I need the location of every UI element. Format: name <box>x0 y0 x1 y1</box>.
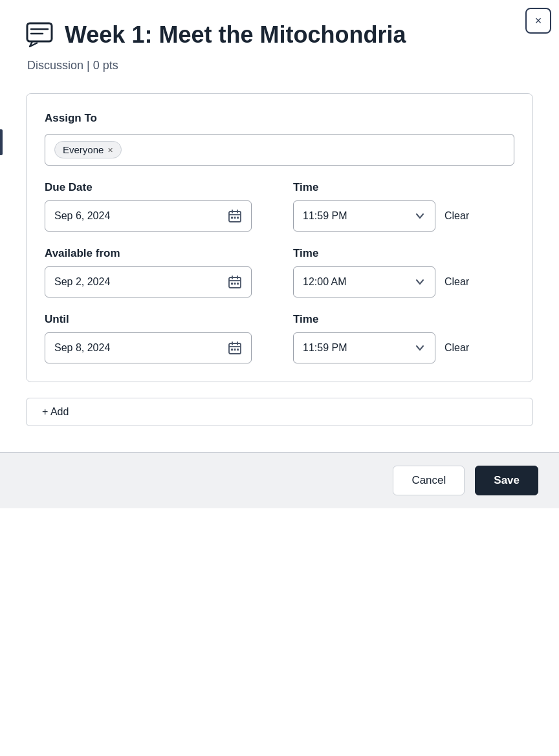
tag-remove-button[interactable]: × <box>107 146 113 155</box>
tag-label: Everyone <box>63 144 104 155</box>
available-from-time-chevron-icon <box>414 276 426 288</box>
title-row: Week 1: Meet the Mitochondria <box>26 21 533 49</box>
until-calendar-icon <box>228 341 242 355</box>
due-time-label: Time <box>293 181 514 194</box>
close-button[interactable]: × <box>525 8 551 34</box>
available-from-input[interactable]: Sep 2, 2024 <box>45 266 252 297</box>
svg-rect-21 <box>231 349 233 351</box>
until-label: Until <box>45 313 278 326</box>
until-time-value: 11:59 PM <box>303 342 408 354</box>
available-from-time-value: 12:00 AM <box>303 276 408 288</box>
svg-rect-23 <box>237 349 239 351</box>
available-from-time-group: Time 12:00 AM Clear <box>293 247 514 297</box>
discussion-icon <box>26 22 57 48</box>
due-date-input[interactable]: Sep 6, 2024 <box>45 200 252 232</box>
everyone-tag: Everyone × <box>54 141 122 158</box>
until-time-select[interactable]: 11:59 PM <box>293 332 435 363</box>
svg-rect-15 <box>234 283 236 285</box>
due-date-clear-button[interactable]: Clear <box>444 204 469 228</box>
cancel-button[interactable]: Cancel <box>393 466 465 495</box>
until-clear-button[interactable]: Clear <box>444 336 469 360</box>
assign-card: Assign To Everyone × Due Date Sep 6, 202… <box>26 93 533 382</box>
svg-rect-16 <box>237 283 239 285</box>
footer-bar: Cancel Save <box>0 452 559 508</box>
until-value: Sep 8, 2024 <box>54 342 221 354</box>
svg-rect-14 <box>231 283 233 285</box>
until-time-chevron-icon <box>414 342 426 354</box>
available-from-time-label: Time <box>293 247 514 260</box>
svg-rect-7 <box>231 217 233 219</box>
available-from-time-select[interactable]: 12:00 AM <box>293 266 435 297</box>
until-input[interactable]: Sep 8, 2024 <box>45 332 252 363</box>
available-from-label: Available from <box>45 247 278 260</box>
subtitle: Discussion | 0 pts <box>26 59 533 72</box>
due-date-label: Due Date <box>45 181 278 194</box>
until-time-label: Time <box>293 313 514 326</box>
due-date-value: Sep 6, 2024 <box>54 210 221 222</box>
until-group: Until Sep 8, 2024 <box>45 313 278 363</box>
left-accent <box>0 129 3 155</box>
due-date-group: Due Date Sep 6, 2024 <box>45 181 278 232</box>
save-button[interactable]: Save <box>475 466 538 495</box>
assign-to-input[interactable]: Everyone × <box>45 134 514 166</box>
assign-to-label: Assign To <box>45 112 514 125</box>
available-from-value: Sep 2, 2024 <box>54 276 221 288</box>
due-time-group: Time 11:59 PM Clear <box>293 181 514 232</box>
due-time-value: 11:59 PM <box>303 210 408 222</box>
svg-rect-22 <box>234 349 236 351</box>
available-from-group: Available from Sep 2, 2024 <box>45 247 278 297</box>
due-time-chevron-icon <box>414 210 426 222</box>
due-time-select[interactable]: 11:59 PM <box>293 200 435 232</box>
svg-rect-0 <box>27 23 52 41</box>
due-date-calendar-icon <box>228 209 242 223</box>
svg-rect-9 <box>237 217 239 219</box>
page-title: Week 1: Meet the Mitochondria <box>65 21 406 49</box>
add-button[interactable]: + Add <box>26 398 533 426</box>
svg-rect-8 <box>234 217 236 219</box>
available-from-calendar-icon <box>228 275 242 289</box>
modal-container: × Week 1: Meet the Mitochondria Discussi… <box>0 0 559 756</box>
until-time-group: Time 11:59 PM Clear <box>293 313 514 363</box>
available-from-clear-button[interactable]: Clear <box>444 270 469 294</box>
